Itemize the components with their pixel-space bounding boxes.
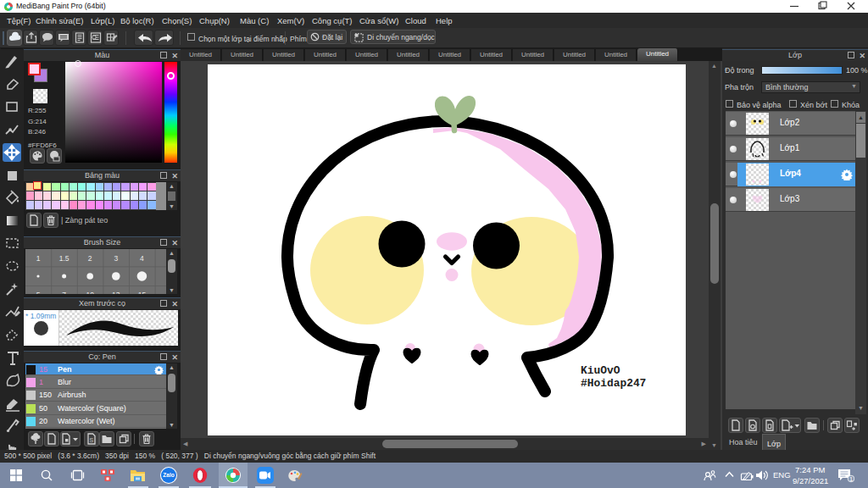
svg-text:#Hoidap247: #Hoidap247 bbox=[581, 377, 646, 390]
svg-text:S: S bbox=[90, 437, 94, 443]
svg-text:13: 13 bbox=[112, 291, 120, 294]
svg-text:1.5: 1.5 bbox=[59, 254, 70, 263]
svg-text:3: 3 bbox=[114, 254, 118, 263]
svg-text:1: 1 bbox=[36, 254, 41, 263]
svg-text:7: 7 bbox=[62, 291, 66, 294]
svg-text:1: 1 bbox=[849, 475, 853, 483]
svg-text:15: 15 bbox=[138, 291, 147, 294]
svg-text:KiuOvO: KiuOvO bbox=[581, 364, 620, 377]
svg-text:10: 10 bbox=[86, 291, 94, 294]
svg-text:4: 4 bbox=[140, 254, 144, 263]
svg-text:5: 5 bbox=[36, 291, 41, 294]
svg-text:2: 2 bbox=[88, 254, 92, 263]
